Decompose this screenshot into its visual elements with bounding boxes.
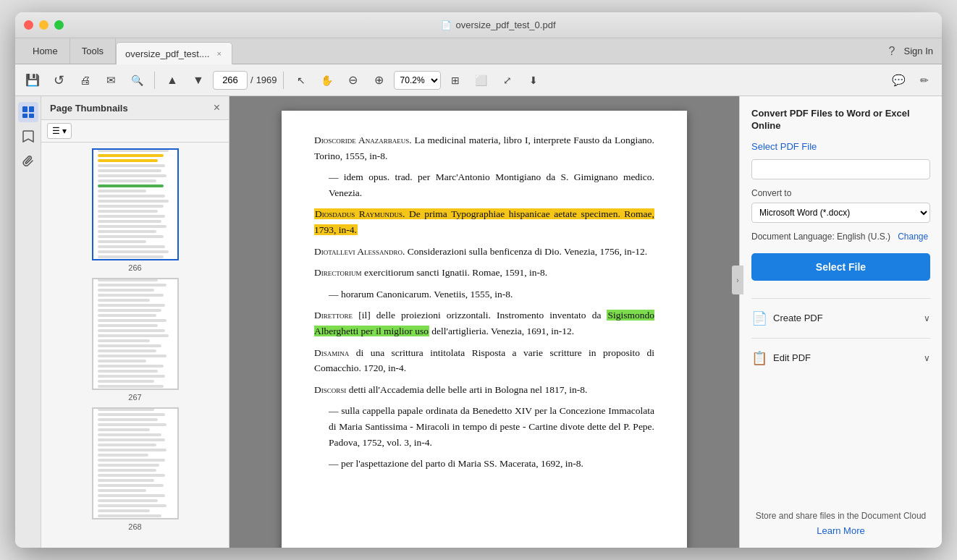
left-icon-strip bbox=[15, 96, 41, 548]
convert-to-select[interactable]: Microsoft Word (*.docx) Microsoft Excel … bbox=[751, 203, 930, 223]
store-share-text: Store and share files in the Document Cl… bbox=[751, 511, 930, 521]
thumbnails-icon[interactable] bbox=[18, 102, 38, 122]
tabbar-right: ? Sign In bbox=[889, 38, 936, 64]
pdf-file-input[interactable] bbox=[751, 159, 930, 179]
tab-home[interactable]: Home bbox=[21, 38, 70, 64]
hand-tool-button[interactable]: ✋ bbox=[316, 69, 339, 92]
fit-width-button[interactable]: ⊞ bbox=[444, 69, 467, 92]
thumb-page-267: 267 bbox=[128, 393, 141, 402]
edit-pdf-action: 📋 Edit PDF ∨ bbox=[751, 344, 930, 372]
total-pages: 1969 bbox=[256, 75, 277, 85]
thumbnail-268[interactable]: 268 bbox=[47, 407, 223, 531]
thumb-page-268: 268 bbox=[128, 522, 141, 531]
maximize-button[interactable] bbox=[54, 20, 64, 30]
pdf-entry-4-title: Directorium bbox=[314, 267, 362, 278]
convert-to-label: Convert to bbox=[751, 188, 930, 198]
next-page-button[interactable]: ▼ bbox=[187, 69, 210, 92]
window-title: oversize_pdf_test_0.pdf bbox=[455, 20, 555, 30]
svg-rect-1 bbox=[29, 106, 34, 112]
edit-pdf-icon: 📋 bbox=[751, 350, 767, 366]
sidebar: Page Thumbnails × ☰ ▾ bbox=[41, 96, 229, 548]
document-language-row: Document Language: English (U.S.) Change bbox=[751, 232, 930, 242]
page-separator: / bbox=[250, 75, 253, 85]
doc-language-value: English (U.S.) bbox=[837, 232, 890, 242]
tab-file-label: oversize_pdf_test.... bbox=[125, 48, 209, 59]
zoom-select[interactable]: 70.2% 50% 75% 100% 125% 150% bbox=[394, 71, 441, 90]
window-controls bbox=[24, 20, 64, 30]
right-panel-collapse-arrow[interactable]: › bbox=[732, 266, 743, 294]
sign-in-button[interactable]: Sign In bbox=[904, 46, 933, 56]
edit-pdf-chevron[interactable]: ∨ bbox=[924, 353, 930, 363]
undo-button[interactable]: ↺ bbox=[47, 69, 70, 92]
page-input-group: / 1969 bbox=[213, 71, 277, 90]
sidebar-close-button[interactable]: × bbox=[214, 102, 220, 114]
learn-more-link[interactable]: Learn More bbox=[751, 525, 930, 536]
sidebar-menu-button[interactable]: ☰ ▾ bbox=[47, 123, 72, 139]
tab-close-icon[interactable]: × bbox=[215, 48, 222, 59]
create-pdf-label[interactable]: Create PDF bbox=[773, 313, 823, 323]
toolbar-separator-1 bbox=[154, 72, 155, 89]
select-file-button[interactable]: Select File bbox=[751, 253, 930, 281]
divider-1 bbox=[751, 298, 930, 299]
save-button[interactable]: 💾 bbox=[21, 69, 44, 92]
pdf-entry-3-author: Diotallevi Alessandro. bbox=[314, 246, 405, 257]
highlight-yellow-1: Diosdadus Raymundus. De prima Typographi… bbox=[314, 208, 654, 235]
svg-rect-2 bbox=[22, 114, 28, 118]
thumb-page-266: 266 bbox=[128, 263, 141, 272]
help-icon[interactable]: ? bbox=[889, 45, 895, 58]
sidebar-title: Page Thumbnails bbox=[50, 103, 128, 114]
change-language-link[interactable]: Change bbox=[898, 232, 928, 242]
zoom-in-button[interactable]: ⊕ bbox=[368, 69, 391, 92]
cursor-tool-button[interactable]: ↖ bbox=[290, 69, 313, 92]
create-pdf-action: 📄 Create PDF ∨ bbox=[751, 305, 930, 332]
prev-page-button[interactable]: ▲ bbox=[161, 69, 184, 92]
pdf-page: Dioscoride Anazarbaeus. La medicinal mat… bbox=[282, 111, 687, 548]
close-button[interactable] bbox=[24, 20, 33, 30]
pdf-entry-5-title: Direttore bbox=[314, 310, 353, 321]
edit-pdf-label[interactable]: Edit PDF bbox=[773, 352, 811, 363]
pdf-entry-7-title: Discorsi bbox=[314, 384, 346, 395]
page-number-input[interactable] bbox=[213, 71, 248, 90]
tab-tools[interactable]: Tools bbox=[70, 38, 116, 64]
fit-page-button[interactable]: ⬜ bbox=[470, 69, 493, 92]
comment-button[interactable]: 💬 bbox=[887, 69, 910, 92]
email-button[interactable]: ✉ bbox=[99, 69, 122, 92]
create-pdf-chevron[interactable]: ∨ bbox=[924, 313, 930, 323]
titlebar: 📄 oversize_pdf_test_0.pdf bbox=[15, 12, 942, 38]
export-button[interactable]: ⬇ bbox=[522, 69, 545, 92]
tab-file[interactable]: oversize_pdf_test.... × bbox=[116, 42, 232, 64]
create-pdf-icon: 📄 bbox=[751, 310, 767, 326]
sidebar-toolbar: ☰ ▾ bbox=[41, 120, 229, 143]
sign-button[interactable]: ✏ bbox=[913, 69, 936, 92]
svg-rect-0 bbox=[22, 106, 28, 112]
menu-icon: ☰ bbox=[52, 126, 60, 136]
main-area: Page Thumbnails × ☰ ▾ bbox=[15, 96, 942, 548]
zoom-out-button[interactable]: ⊖ bbox=[342, 69, 365, 92]
select-pdf-link[interactable]: Select PDF File bbox=[751, 141, 930, 152]
divider-2 bbox=[751, 338, 930, 339]
app-window: 📄 oversize_pdf_test_0.pdf Home Tools ove… bbox=[15, 12, 942, 548]
print-button[interactable]: 🖨 bbox=[73, 69, 96, 92]
toolbar-separator-2 bbox=[283, 72, 284, 89]
highlight-green-1: Sigismondo Alberghetti per il miglior us… bbox=[314, 310, 654, 336]
thumbnail-267[interactable]: 267 bbox=[47, 278, 223, 402]
thumb-image-267 bbox=[92, 278, 179, 390]
bookmarks-icon[interactable] bbox=[18, 127, 38, 147]
doc-language-label: Document Language: bbox=[751, 232, 835, 242]
tabbar: Home Tools oversize_pdf_test.... × ? Sig… bbox=[15, 38, 942, 64]
toolbar: 💾 ↺ 🖨 ✉ 🔍 ▲ ▼ / 1969 ↖ ✋ ⊖ ⊕ 70.2% 50% 7… bbox=[15, 64, 942, 96]
search-button[interactable]: 🔍 bbox=[125, 69, 148, 92]
titlebar-title: 📄 oversize_pdf_test_0.pdf bbox=[64, 20, 933, 30]
chevron-down-icon: ▾ bbox=[62, 126, 67, 136]
pdf-entry-1-author: Dioscoride Anazarbaeus. bbox=[314, 135, 412, 145]
minimize-button[interactable] bbox=[39, 20, 49, 30]
pdf-area[interactable]: Dioscoride Anazarbaeus. La medicinal mat… bbox=[229, 96, 739, 548]
pdf-entry-6-title: Disamina bbox=[314, 347, 349, 358]
pdf-icon: 📄 bbox=[441, 20, 452, 30]
thumb-image-266 bbox=[92, 148, 179, 260]
right-panel-title: Convert PDF Files to Word or Excel Onlin… bbox=[751, 108, 930, 132]
thumbnail-266[interactable]: 266 bbox=[47, 148, 223, 272]
attachments-icon[interactable] bbox=[18, 151, 38, 171]
fullscreen-button[interactable]: ⤢ bbox=[496, 69, 519, 92]
svg-rect-3 bbox=[29, 114, 34, 118]
